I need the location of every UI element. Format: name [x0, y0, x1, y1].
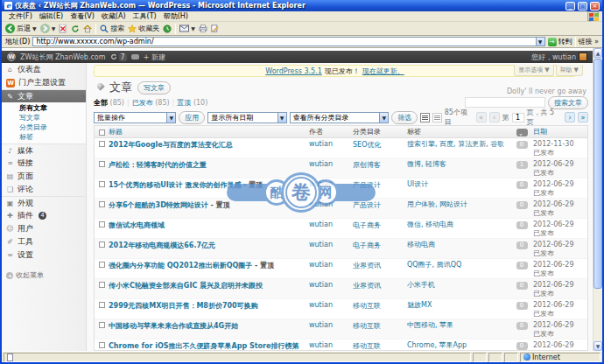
- comment-count-bubble[interactable]: 0: [516, 141, 528, 149]
- vertical-scrollbar[interactable]: ▲ ▼: [593, 48, 602, 351]
- next-page-button[interactable]: ›: [565, 112, 575, 122]
- forward-button[interactable]: ▼: [40, 24, 56, 33]
- row-checkbox[interactable]: [99, 242, 105, 248]
- post-author-link[interactable]: wutian: [309, 321, 353, 329]
- post-author-link[interactable]: wutian: [309, 180, 353, 188]
- sidebar-item-plugins[interactable]: ✚插件4: [2, 209, 86, 222]
- post-author-link[interactable]: wutian: [309, 220, 353, 228]
- post-tags-links[interactable]: QQ圈子, 腾讯QQ: [407, 261, 510, 270]
- post-title-link[interactable]: 2999元四核MX明日开售：M8折价700可换购: [109, 302, 258, 310]
- refresh-button[interactable]: [71, 24, 80, 33]
- post-tags-links[interactable]: 中国移动, 苹果: [407, 321, 510, 330]
- post-tags-links[interactable]: Chrome, 苹果App: [407, 341, 510, 350]
- links-menu[interactable]: 链接 »: [579, 37, 599, 46]
- post-category-link[interactable]: 移动互联: [353, 341, 407, 350]
- post-category-link[interactable]: 业界资讯: [353, 261, 407, 270]
- filter-published[interactable]: 已发布 (85): [132, 98, 170, 108]
- first-page-button[interactable]: «: [476, 112, 487, 122]
- favorites-button[interactable]: 收藏夹: [128, 24, 159, 33]
- scroll-down-icon[interactable]: ▼: [593, 341, 602, 351]
- post-tags-links[interactable]: 魅族MX: [407, 301, 510, 310]
- back-dropdown-icon[interactable]: ▼: [32, 25, 37, 32]
- sidebar-item-links[interactable]: ∞链接: [2, 157, 86, 170]
- wordpress-logo-icon[interactable]: W: [7, 52, 16, 61]
- row-checkbox[interactable]: [99, 262, 105, 268]
- update-version-link[interactable]: WordPress 3.5.1: [265, 67, 322, 75]
- post-category-link[interactable]: 电子商务: [353, 220, 407, 230]
- close-button[interactable]: ×: [590, 2, 600, 10]
- post-author-link[interactable]: wutian: [309, 160, 353, 168]
- row-checkbox[interactable]: [99, 201, 105, 207]
- row-checkbox[interactable]: [99, 161, 105, 167]
- post-tags-links[interactable]: 小米手机: [407, 281, 510, 290]
- post-category-link[interactable]: 电子商务: [353, 241, 407, 250]
- row-checkbox[interactable]: [99, 282, 105, 288]
- home-button[interactable]: [83, 24, 92, 33]
- edit-button[interactable]: [211, 24, 219, 32]
- post-category-link[interactable]: 原创博客: [353, 160, 407, 170]
- help-tab[interactable]: 帮助▼: [556, 65, 583, 76]
- post-author-link[interactable]: wutian: [309, 341, 353, 349]
- bulk-actions-select[interactable]: 批量操作▼: [94, 112, 176, 123]
- excerpt-view-icon[interactable]: [432, 113, 442, 122]
- comment-count-bubble[interactable]: 0: [516, 242, 528, 249]
- mail-dropdown-icon[interactable]: ▼: [191, 25, 195, 32]
- sidebar-item-appearance[interactable]: ▣外观: [2, 196, 86, 209]
- post-tags-links[interactable]: 搜索引擎, 百度, 算法更新, 谷歌: [407, 140, 510, 149]
- sidebar-subitem[interactable]: 分类目录: [19, 122, 86, 132]
- menu-item[interactable]: 工具(T): [130, 11, 160, 21]
- sidebar-item-dashboard[interactable]: ⌂仪表盘: [2, 63, 86, 76]
- post-title-link[interactable]: 2012年移动电商规模达66.7亿元: [109, 242, 215, 249]
- sidebar-item-tools[interactable]: ✐工具: [2, 235, 86, 248]
- adminbar-greeting[interactable]: 您好，wutian: [531, 52, 576, 62]
- history-button[interactable]: [163, 24, 172, 33]
- post-title-link[interactable]: 2012年Google与百度的算法变化汇总: [109, 141, 233, 149]
- post-title-link[interactable]: 分享6个超酷的3D特效网站设计: [109, 201, 208, 209]
- screen-options-tab[interactable]: 显示选项▼: [514, 65, 553, 76]
- post-category-link[interactable]: 业界资讯: [353, 281, 407, 290]
- maximize-button[interactable]: □: [578, 2, 587, 10]
- post-author-link[interactable]: wutian: [309, 140, 353, 148]
- post-author-link[interactable]: wutian: [309, 301, 353, 309]
- forward-dropdown-icon[interactable]: ▼: [52, 25, 56, 32]
- row-checkbox[interactable]: [99, 342, 105, 348]
- prev-page-button[interactable]: ‹: [489, 112, 500, 122]
- collapse-menu-button[interactable]: ◂收起菜单: [2, 270, 86, 280]
- sidebar-item-settings[interactable]: ≡设置: [2, 248, 86, 262]
- comment-count-bubble[interactable]: 0: [516, 302, 528, 310]
- post-category-link[interactable]: 产品设计: [353, 200, 407, 210]
- add-new-post-button[interactable]: 写文章: [137, 81, 171, 94]
- minimize-button[interactable]: _: [565, 2, 575, 10]
- row-checkbox[interactable]: [99, 322, 105, 328]
- mail-button[interactable]: ▼: [179, 24, 195, 32]
- apply-button[interactable]: 应用: [179, 111, 205, 124]
- post-category-link[interactable]: 产品设计: [353, 180, 407, 190]
- stop-button[interactable]: [59, 24, 67, 33]
- comment-count-bubble[interactable]: 1: [516, 161, 528, 169]
- sidebar-subitem[interactable]: 标签: [19, 132, 86, 142]
- post-category-link[interactable]: SEO优化: [353, 140, 407, 150]
- menu-item[interactable]: 文件(F): [5, 11, 36, 21]
- adminbar-comments-icon[interactable]: [131, 54, 139, 60]
- current-page-input[interactable]: [512, 113, 524, 122]
- filter-button[interactable]: 筛选: [391, 111, 418, 124]
- last-page-button[interactable]: »: [578, 112, 588, 122]
- address-input[interactable]: http://www.xxxxx.com/wp-admin/ ▼: [32, 37, 544, 46]
- post-author-link[interactable]: wutian: [309, 200, 353, 208]
- sidebar-item-portal-theme[interactable]: W门户主题设置: [2, 76, 86, 89]
- list-view-icon[interactable]: [420, 113, 430, 122]
- filter-all[interactable]: 全部 (85): [94, 98, 124, 108]
- adminbar-updates[interactable]: 7: [110, 53, 127, 61]
- comment-count-bubble[interactable]: 0: [516, 181, 528, 189]
- menu-item[interactable]: 收藏(A): [98, 11, 130, 21]
- scroll-up-icon[interactable]: ▲: [593, 48, 602, 58]
- select-all-checkbox[interactable]: [99, 130, 105, 136]
- post-title-link[interactable]: 中国移动与苹果未来合作或直接从4G开始: [109, 322, 238, 330]
- filter-sticky[interactable]: 置顶 (10): [177, 98, 207, 108]
- post-tags-links[interactable]: 用户体验, 网站设计: [407, 200, 510, 209]
- post-tags-links[interactable]: 微信, 移动电商: [407, 220, 510, 229]
- adminbar-site-name[interactable]: ZW站长网 ZhanWeb.com: [20, 52, 106, 62]
- sidebar-item-media[interactable]: ♪媒体: [2, 144, 86, 157]
- menu-item[interactable]: 查看(V): [67, 11, 98, 21]
- category-filter-select[interactable]: 查看所有分类目录▼: [290, 112, 390, 123]
